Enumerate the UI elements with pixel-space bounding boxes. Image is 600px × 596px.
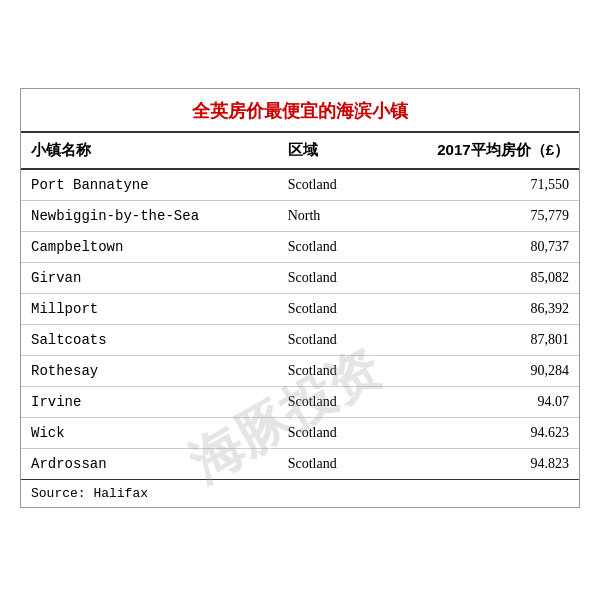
cell-price: 71,550 [372,169,579,201]
table-header-row: 小镇名称 区域 2017平均房价（£） [21,132,579,169]
cell-region: Scotland [278,263,372,294]
cell-region: North [278,201,372,232]
cell-price: 85,082 [372,263,579,294]
cell-region: Scotland [278,169,372,201]
source-text: Source: Halifax [21,480,579,508]
cell-region: Scotland [278,356,372,387]
table-row: CampbeltownScotland80,737 [21,232,579,263]
cell-price: 90,284 [372,356,579,387]
cell-town-name: Millport [21,294,278,325]
data-table: 小镇名称 区域 2017平均房价（£） Port BannatyneScotla… [21,131,579,507]
cell-town-name: Port Bannatyne [21,169,278,201]
cell-price: 94.623 [372,418,579,449]
col-header-region: 区域 [278,132,372,169]
main-container: 全英房价最便宜的海滨小镇 海豚投资 小镇名称 区域 2017平均房价（£） Po… [20,88,580,508]
table-row: Port BannatyneScotland71,550 [21,169,579,201]
table-row: GirvanScotland85,082 [21,263,579,294]
cell-town-name: Rothesay [21,356,278,387]
cell-price: 80,737 [372,232,579,263]
cell-region: Scotland [278,387,372,418]
table-wrapper: 海豚投资 小镇名称 区域 2017平均房价（£） Port BannatyneS… [21,131,579,507]
table-row: MillportScotland86,392 [21,294,579,325]
table-row: ArdrossanScotland94.823 [21,449,579,480]
cell-region: Scotland [278,449,372,480]
cell-price: 75,779 [372,201,579,232]
cell-price: 94.07 [372,387,579,418]
cell-region: Scotland [278,325,372,356]
cell-town-name: Girvan [21,263,278,294]
table-row: SaltcoatsScotland87,801 [21,325,579,356]
cell-town-name: Irvine [21,387,278,418]
cell-town-name: Saltcoats [21,325,278,356]
table-row: WickScotland94.623 [21,418,579,449]
col-header-price: 2017平均房价（£） [372,132,579,169]
table-row: Newbiggin-by-the-SeaNorth75,779 [21,201,579,232]
table-row: IrvineScotland94.07 [21,387,579,418]
col-header-name: 小镇名称 [21,132,278,169]
source-row: Source: Halifax [21,480,579,508]
cell-town-name: Ardrossan [21,449,278,480]
cell-town-name: Wick [21,418,278,449]
cell-price: 86,392 [372,294,579,325]
cell-price: 94.823 [372,449,579,480]
cell-town-name: Newbiggin-by-the-Sea [21,201,278,232]
cell-price: 87,801 [372,325,579,356]
cell-region: Scotland [278,418,372,449]
cell-town-name: Campbeltown [21,232,278,263]
page-title: 全英房价最便宜的海滨小镇 [21,89,579,131]
cell-region: Scotland [278,232,372,263]
cell-region: Scotland [278,294,372,325]
table-row: RothesayScotland90,284 [21,356,579,387]
